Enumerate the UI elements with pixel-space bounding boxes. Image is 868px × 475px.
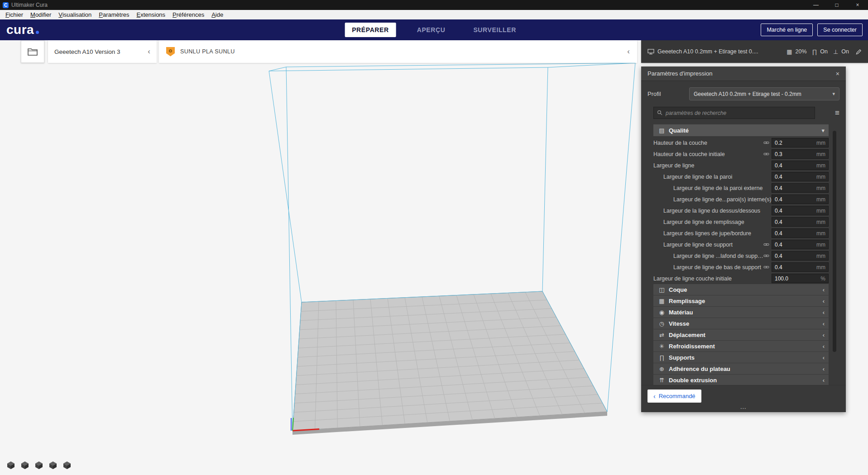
chevron-down-icon: ▾ xyxy=(821,127,825,134)
profile-value: Geeetech A10 0.2mm + Etirage test - 0.2m… xyxy=(694,91,801,97)
category-label: Qualité xyxy=(669,127,689,134)
chevron-left-icon: ‹ xyxy=(823,298,825,304)
pencil-icon[interactable] xyxy=(856,49,862,55)
setting-value-field[interactable]: 0.4mm xyxy=(772,217,829,227)
category-double-extrusion[interactable]: ⇈Double extrusion‹ xyxy=(653,375,829,386)
setting-unit: mm xyxy=(816,219,825,225)
setting-value-field[interactable]: 0.4mm xyxy=(772,161,829,170)
setting-row: Largeur de ligne de bas de support0.4mm xyxy=(653,261,829,273)
panel-header: Paramètres d'impression × xyxy=(641,66,846,81)
category-vitesse[interactable]: ◷Vitesse‹ xyxy=(653,318,829,329)
setting-unit: mm xyxy=(816,196,825,203)
chevron-left-icon: ‹ xyxy=(823,354,825,361)
setting-value-field[interactable]: 0.4mm xyxy=(772,262,829,272)
category-deplacement[interactable]: ⇄Déplacement‹ xyxy=(653,329,829,341)
view-front-icon[interactable] xyxy=(20,461,29,470)
setting-value: 0.4 xyxy=(775,208,782,214)
setting-unit: mm xyxy=(816,253,825,259)
chevron-left-icon: ‹ xyxy=(823,320,825,327)
speed-icon: ◷ xyxy=(657,320,666,327)
view-3d-icon[interactable] xyxy=(6,461,15,470)
close-button[interactable]: × xyxy=(847,0,868,10)
setting-row: Largeur de ligne ...lafond de support0.4… xyxy=(653,250,829,261)
view-top-icon[interactable] xyxy=(34,461,43,470)
setting-value-field[interactable]: 0.3mm xyxy=(772,149,829,159)
minimize-button[interactable]: — xyxy=(806,0,826,10)
setting-value: 100.0 xyxy=(775,276,788,282)
setting-value-field[interactable]: 0.4mm xyxy=(772,228,829,238)
setting-row: Largeur de ligne couche initiale100.0% xyxy=(653,273,829,284)
tab-apercu[interactable]: APERÇU xyxy=(410,23,453,37)
main-header: cura PRÉPARERAPERÇUSURVEILLER Marché en … xyxy=(0,19,868,40)
search-row: ≡ xyxy=(653,107,839,119)
setting-row: Largeur de la ligne du dessus/dessous0.4… xyxy=(653,205,829,216)
setting-value-field[interactable]: 0.4mm xyxy=(772,195,829,204)
scrollbar-thumb[interactable] xyxy=(833,131,836,352)
setting-row: Largeur de ligne de...paroi(s) interne(s… xyxy=(653,194,829,205)
profile-dropdown[interactable]: Geeetech A10 0.2mm + Etirage test - 0.2m… xyxy=(689,87,839,100)
category-materiau[interactable]: ◉Matériau‹ xyxy=(653,307,829,318)
category-remplissage[interactable]: ▦Remplissage‹ xyxy=(653,295,829,307)
setting-row: Hauteur de la couche initiale0.3mm xyxy=(653,148,829,160)
setting-value-field[interactable]: 0.4mm xyxy=(772,240,829,249)
open-file-button[interactable] xyxy=(21,40,44,63)
search-input[interactable] xyxy=(666,110,811,116)
category-label: Matériau xyxy=(669,309,693,316)
infill-icon: ▦ xyxy=(657,298,666,304)
setting-value-field[interactable]: 0.4mm xyxy=(772,172,829,181)
menu-modifier[interactable]: Modifier xyxy=(27,10,55,19)
setting-value-field[interactable]: 0.2mm xyxy=(772,138,829,147)
profile-label: Profil xyxy=(647,90,661,97)
menu-parametres[interactable]: Paramètres xyxy=(95,10,133,19)
setting-value-field[interactable]: 0.4mm xyxy=(772,206,829,215)
category-adherence-du-plateau[interactable]: ⊕Adhérence du plateau‹ xyxy=(653,363,829,375)
viewport[interactable]: Geeetech A10 Version 3 ‹ SUNLU PLA SUNLU… xyxy=(0,40,868,475)
category-label: Vitesse xyxy=(669,320,689,327)
menu-preferences[interactable]: Préférences xyxy=(169,10,208,19)
material-selector[interactable]: SUNLU PLA SUNLU ‹ xyxy=(159,40,637,63)
settings-body: ▤ Qualité ▾ Hauteur de la couche0.2mmHau… xyxy=(653,124,829,386)
close-icon[interactable]: × xyxy=(836,70,839,77)
dual-extrusion-icon: ⇈ xyxy=(657,377,666,384)
link-icon xyxy=(763,253,769,259)
quality-icon: ▤ xyxy=(657,127,666,134)
adhesion-icon: ⊥ xyxy=(833,48,838,55)
setting-unit: % xyxy=(820,276,825,282)
category-coque[interactable]: ◫Coque‹ xyxy=(653,284,829,295)
sign-in-button[interactable]: Se connecter xyxy=(817,24,863,36)
setting-unit: mm xyxy=(816,151,825,157)
panel-title: Paramètres d'impression xyxy=(647,70,712,77)
setting-row: Hauteur de la couche0.2mm xyxy=(653,137,829,148)
menu-aide[interactable]: Aide xyxy=(208,10,227,19)
tab-surveiller[interactable]: SURVEILLER xyxy=(466,23,523,37)
marketplace-button[interactable]: Marché en ligne xyxy=(761,24,813,36)
infill-value: 20% xyxy=(796,48,807,55)
settings-menu-icon[interactable]: ≡ xyxy=(835,109,839,118)
print-setup-summary[interactable]: Geeetech A10 0.2mm + Etirage test 0.... … xyxy=(641,40,868,63)
panel-divider xyxy=(641,385,846,385)
category-supports[interactable]: ∏Supports‹ xyxy=(653,352,829,363)
category-label: Supports xyxy=(669,354,695,361)
setting-value-field[interactable]: 100.0% xyxy=(772,274,829,283)
view-left-icon[interactable] xyxy=(48,461,58,470)
setting-value: 0.4 xyxy=(775,230,782,237)
menu-fichier[interactable]: Fichier xyxy=(2,10,27,19)
titlebar: C Ultimaker Cura — □ × xyxy=(0,0,868,10)
menu-visualisation[interactable]: Visualisation xyxy=(55,10,95,19)
drag-handle[interactable]: ⋯ xyxy=(740,404,747,412)
setting-label: Hauteur de la couche initiale xyxy=(653,151,763,157)
printer-selector[interactable]: Geeetech A10 Version 3 ‹ xyxy=(48,40,157,63)
category-qualite[interactable]: ▤ Qualité ▾ xyxy=(653,124,829,136)
category-label: Refroidissement xyxy=(669,343,715,350)
maximize-button[interactable]: □ xyxy=(826,0,847,10)
tab-preparer[interactable]: PRÉPARER xyxy=(345,23,396,37)
category-refroidissement[interactable]: ✳Refroidissement‹ xyxy=(653,341,829,352)
menu-extensions[interactable]: Extensions xyxy=(133,10,169,19)
recommended-button[interactable]: ‹ Recommandé xyxy=(647,390,701,403)
adhesion-value: On xyxy=(841,48,849,55)
setting-value-field[interactable]: 0.4mm xyxy=(772,251,829,261)
shell-icon: ◫ xyxy=(657,286,666,293)
view-right-icon[interactable] xyxy=(62,461,72,470)
setting-value-field[interactable]: 0.4mm xyxy=(772,183,829,193)
setting-unit: mm xyxy=(816,174,825,180)
